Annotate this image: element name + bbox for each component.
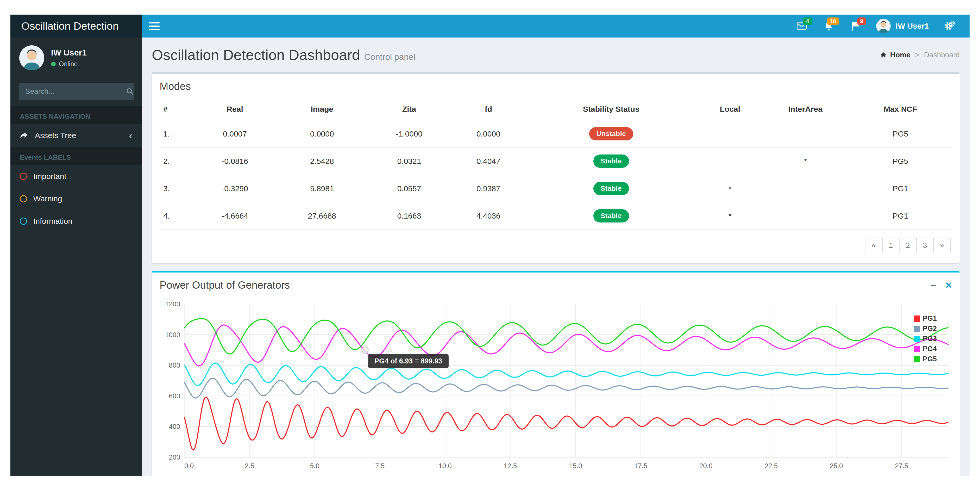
series-line-PG4[interactable] — [185, 325, 948, 366]
table-cell-status: Stable — [524, 175, 698, 202]
legend-item-PG1[interactable]: PG1 — [914, 314, 937, 323]
legend-label: PG5 — [923, 355, 937, 363]
flags-menu[interactable]: 9 — [845, 16, 867, 36]
x-tick-label: 22.5 — [765, 462, 778, 470]
main-content: Oscillation Detection DashboardControl p… — [142, 38, 970, 476]
table-cell — [762, 175, 849, 202]
search-icon — [126, 88, 134, 96]
notifications-menu[interactable]: 10 — [818, 16, 839, 36]
app-window: Oscillation Detection 4 — [10, 14, 970, 476]
pagination-button[interactable]: 3 — [916, 237, 934, 253]
y-tick-label: 400 — [169, 422, 180, 430]
table-cell: 0.0000 — [278, 120, 366, 147]
legend-item-PG4[interactable]: PG4 — [914, 345, 937, 353]
pagination-button[interactable]: » — [933, 237, 951, 253]
legend-label: PG4 — [923, 345, 937, 353]
chart-box-tools: − × — [930, 280, 952, 291]
x-tick-label: 27.5 — [895, 462, 908, 470]
circle-o-icon — [20, 218, 27, 225]
close-box-button[interactable]: × — [945, 280, 952, 291]
sidebar-toggle-button[interactable] — [142, 14, 167, 38]
legend-item-PG2[interactable]: PG2 — [914, 325, 937, 333]
table-cell-status: Stable — [524, 202, 698, 229]
table-row: 3.-0.32905.89810.05570.9387Stable*PG1 — [160, 175, 952, 202]
user-avatar — [876, 19, 891, 33]
legend-swatch-icon — [914, 356, 920, 362]
y-tick-label: 600 — [169, 392, 180, 400]
messages-menu[interactable]: 4 — [791, 16, 812, 36]
column-header: Stability Status — [524, 99, 698, 120]
table-cell: -4.6664 — [191, 202, 278, 229]
y-tick-label: 1000 — [165, 331, 180, 339]
table-cell: 0.1663 — [366, 202, 453, 229]
table-cell: PG1 — [849, 202, 952, 229]
modes-box: Modes #RealImageZitafdStability StatusLo… — [152, 72, 960, 263]
sidebar-item-assets-tree[interactable]: Assets Tree ‹ — [10, 124, 142, 147]
chart-legend: PG1PG2PG3PG4PG5 — [914, 314, 937, 363]
legend-swatch-icon — [914, 326, 920, 332]
app-brand[interactable]: Oscillation Detection — [10, 14, 142, 38]
x-tick-label: 5.0 — [310, 462, 320, 470]
table-row: 1.0.00070.0000-1.00000.0000UnstablePG5 — [160, 120, 952, 147]
series-line-PG2[interactable] — [185, 378, 948, 398]
sidebar-item-information[interactable]: Information — [10, 210, 142, 233]
chart-box: Power Output of Generators − × 200400600… — [152, 271, 960, 476]
breadcrumb-home-link[interactable]: Home — [890, 51, 910, 59]
legend-item-PG5[interactable]: PG5 — [914, 355, 937, 363]
user-menu[interactable]: IW User1 — [872, 16, 932, 36]
table-cell: 0.0007 — [191, 120, 278, 147]
collapse-box-button[interactable]: − — [930, 280, 937, 291]
table-cell: 0.0557 — [366, 175, 453, 202]
status-badge: Stable — [593, 182, 629, 195]
modes-box-body: #RealImageZitafdStability StatusLocalInt… — [152, 97, 960, 263]
column-header: fd — [453, 99, 524, 120]
chevron-left-icon: ‹ — [129, 130, 132, 141]
status-badge: Stable — [593, 155, 629, 168]
search-button[interactable] — [126, 83, 134, 100]
legend-item-PG3[interactable]: PG3 — [914, 335, 937, 343]
table-cell: -0.3290 — [191, 175, 278, 202]
sidebar-user-status[interactable]: Online — [51, 60, 87, 68]
sidebar-item-label: Warning — [33, 194, 62, 203]
pagination-button[interactable]: « — [865, 237, 883, 253]
table-cell: 0.9387 — [453, 175, 524, 202]
sidebar-labels: ImportantWarningInformation — [10, 165, 142, 233]
column-header: Real — [191, 99, 278, 120]
sidebar-item-warning[interactable]: Warning — [10, 188, 142, 210]
settings-menu[interactable] — [938, 16, 960, 37]
breadcrumb: Home > Dashboard — [880, 51, 960, 59]
table-cell: * — [698, 175, 762, 202]
chart-canvas: 200400600800100012000.02.55.07.510.012.5… — [160, 297, 954, 472]
share-arrow-icon — [20, 131, 29, 140]
y-tick-label: 200 — [169, 453, 180, 461]
circle-o-icon — [20, 195, 27, 202]
generators-chart[interactable]: 200400600800100012000.02.55.07.510.012.5… — [160, 297, 952, 472]
circle-o-icon — [20, 173, 27, 180]
x-tick-label: 15.0 — [569, 462, 582, 470]
x-tick-label: 2.5 — [245, 462, 254, 470]
pagination-button[interactable]: 1 — [882, 237, 900, 253]
table-cell — [762, 120, 849, 147]
series-line-PG5[interactable] — [185, 319, 948, 354]
sidebar-item-important[interactable]: Important — [10, 165, 142, 188]
modes-table-header-row: #RealImageZitafdStability StatusLocalInt… — [160, 99, 952, 120]
search-input[interactable] — [19, 83, 126, 100]
table-cell: -0.0816 — [191, 147, 278, 175]
table-cell: 4.4036 — [453, 202, 524, 229]
pagination-button[interactable]: 2 — [899, 237, 917, 253]
series-line-PG1[interactable] — [185, 397, 948, 450]
table-cell: * — [698, 202, 762, 229]
sidebar-item-label: Information — [33, 217, 72, 226]
home-icon — [880, 51, 887, 59]
table-cell: PG1 — [849, 175, 952, 202]
table-cell: * — [762, 147, 849, 175]
legend-swatch-icon — [914, 336, 920, 342]
x-tick-label: 10.0 — [438, 462, 452, 470]
series-line-PG3[interactable] — [185, 363, 948, 385]
page-title-text: Oscillation Detection Dashboard — [152, 47, 360, 63]
table-cell: 3. — [160, 175, 191, 202]
column-header: Zita — [366, 99, 453, 120]
table-cell-status: Unstable — [524, 120, 698, 147]
table-cell — [698, 147, 762, 175]
sidebar-user-avatar — [19, 45, 45, 71]
